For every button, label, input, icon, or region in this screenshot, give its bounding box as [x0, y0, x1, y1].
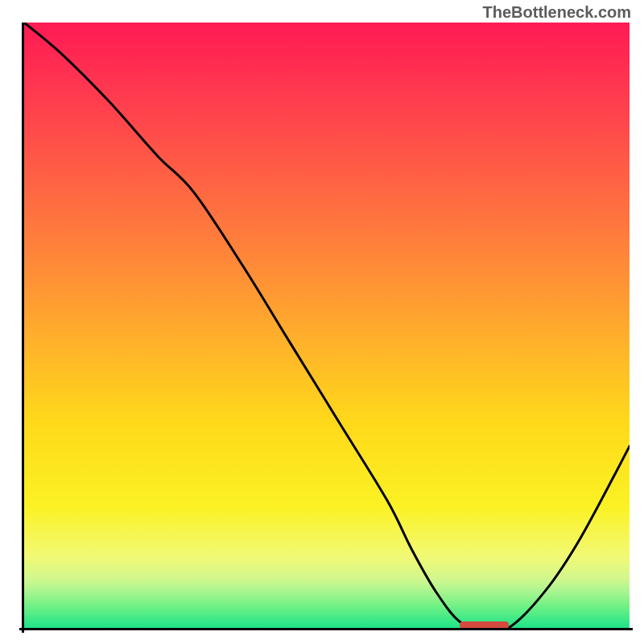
- chart-container: TheBottleneck.com: [0, 0, 644, 644]
- y-axis: [22, 23, 24, 633]
- bottleneck-curve: [24, 23, 630, 628]
- watermark-text: TheBottleneck.com: [483, 3, 631, 22]
- curve-svg: [24, 23, 630, 628]
- x-axis: [19, 628, 633, 630]
- plot-area: [24, 23, 630, 628]
